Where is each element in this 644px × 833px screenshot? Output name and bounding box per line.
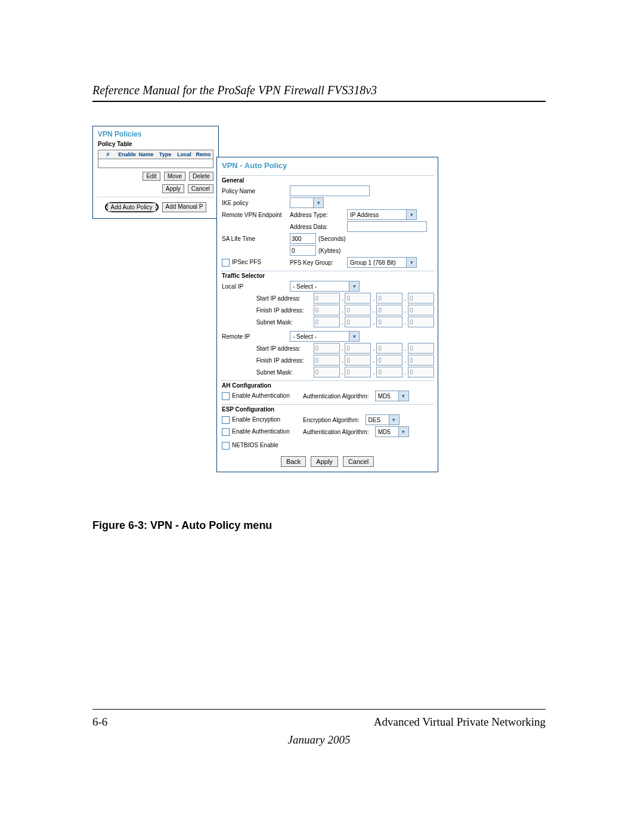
move-button[interactable]: Move	[164, 172, 185, 181]
page-number: 6-6	[92, 716, 107, 729]
remote-finiship-label: Finish IP address:	[256, 357, 311, 364]
local-startip-input[interactable]: ...	[314, 293, 434, 304]
page-footer: 6-6 Advanced Virtual Private Networking …	[92, 709, 546, 747]
policy-name-input[interactable]	[290, 185, 370, 196]
figure-6-3: VPN Policies Policy Table # Enable Name …	[92, 126, 546, 507]
back-button[interactable]: Back	[281, 456, 306, 467]
remote-startip-label: Start IP address:	[256, 345, 311, 352]
remote-endpoint-label: Remote VPN Endpoint	[221, 212, 287, 218]
address-type-label: Address Type:	[290, 212, 345, 218]
sa-seconds-input[interactable]	[290, 233, 316, 244]
col-hash: #	[98, 150, 117, 159]
add-auto-highlight: Add Auto Policy	[105, 202, 159, 212]
local-ip-label: Local IP	[221, 283, 287, 290]
address-type-select[interactable]: IP Address▾	[347, 209, 417, 220]
traffic-selector-section: Traffic Selector Local IP - Select -▾ St…	[221, 271, 434, 378]
pfs-keygroup-label: PFS Key Group:	[290, 259, 345, 266]
esp-enable-enc-label: Enable Encryption	[221, 416, 299, 424]
apply-row: Apply Cancel	[93, 181, 218, 193]
vpn-policies-title: VPN Policies	[93, 126, 218, 140]
chevron-down-icon: ▾	[389, 415, 399, 425]
add-manual-policy-button[interactable]: Add Manual P	[162, 202, 207, 212]
footer-date: January 2005	[92, 733, 546, 747]
esp-auth-algo-select[interactable]: MD5▾	[375, 426, 409, 437]
col-local: Local	[175, 150, 194, 159]
chevron-down-icon: ▾	[349, 281, 359, 291]
remote-finiship-input[interactable]: ...	[314, 355, 434, 366]
edit-row: Edit Move Delete	[93, 168, 218, 181]
policy-name-label: Policy Name	[221, 188, 287, 194]
ah-auth-algo-label: Authentication Algorithm:	[302, 393, 369, 400]
col-remote: Remo	[194, 150, 213, 159]
general-heading: General	[221, 177, 434, 185]
add-auto-policy-button[interactable]: Add Auto Policy	[107, 203, 156, 212]
traffic-heading: Traffic Selector	[221, 272, 434, 280]
chevron-down-icon: ▾	[406, 258, 416, 267]
local-subnet-input[interactable]: ...	[314, 317, 434, 327]
esp-enable-auth-checkbox[interactable]	[222, 428, 230, 436]
ike-policy-select[interactable]: ▾	[290, 197, 324, 208]
ah-enable-auth-checkbox[interactable]	[222, 392, 230, 400]
sa-lifetime-label: SA Life Time	[221, 236, 287, 242]
remote-ip-select[interactable]: - Select -▾	[290, 331, 360, 342]
header-rule	[92, 101, 546, 102]
chevron-down-icon: ▾	[398, 391, 408, 401]
esp-auth-algo-label: Authentication Algorithm:	[302, 429, 369, 435]
esp-enc-algo-select[interactable]: DES▾	[366, 414, 400, 425]
policy-table-label: Policy Table	[93, 140, 218, 150]
chevron-down-icon: ▾	[349, 332, 359, 341]
chevron-down-icon: ▾	[313, 198, 323, 208]
sa-kybtes-input[interactable]	[290, 245, 316, 256]
remote-startip-input[interactable]: ...	[314, 343, 434, 354]
ah-auth-algo-select[interactable]: MD5▾	[375, 391, 409, 401]
pfs-keygroup-select[interactable]: Group 1 (768 Bit)▾	[347, 257, 417, 268]
esp-config-section: ESP Configuration Enable Encryption Encr…	[221, 404, 434, 450]
local-subnet-label: Subnet Mask:	[256, 319, 311, 326]
remote-subnet-label: Subnet Mask:	[256, 369, 311, 376]
ipsec-pfs-checkbox[interactable]	[222, 259, 230, 267]
netbios-enable-label: NETBIOS Enable	[221, 442, 299, 450]
vpn-auto-policy-panel: VPN - Auto Policy General Policy Name IK…	[216, 157, 438, 472]
ah-heading: AH Configuration	[221, 382, 434, 390]
document-header: Reference Manual for the ProSafe VPN Fir…	[92, 83, 546, 97]
apply-button-dialog[interactable]: Apply	[311, 456, 338, 467]
esp-heading: ESP Configuration	[221, 406, 434, 414]
policy-table-body	[98, 159, 213, 168]
chapter-title: Advanced Virtual Private Networking	[374, 716, 546, 729]
address-data-input[interactable]	[347, 221, 427, 232]
chevron-down-icon: ▾	[398, 427, 408, 436]
dialog-actions: Back Apply Cancel	[217, 450, 438, 467]
col-enable: Enable	[117, 150, 137, 159]
esp-enc-algo-label: Encryption Algorithm:	[302, 417, 360, 423]
ah-config-section: AH Configuration Enable Authentication A…	[221, 380, 434, 402]
esp-enable-enc-checkbox[interactable]	[222, 416, 230, 424]
figure-caption: Figure 6-3: VPN - Auto Policy menu	[92, 519, 546, 532]
ipsec-pfs-label: IPSec PFS	[221, 259, 287, 267]
local-finiship-input[interactable]: ...	[314, 305, 434, 315]
policy-table-header: # Enable Name Type Local Remo	[98, 150, 213, 159]
local-ip-select[interactable]: - Select -▾	[290, 281, 360, 292]
auto-policy-title: VPN - Auto Policy	[217, 157, 438, 173]
seconds-label: (Seconds)	[318, 236, 346, 242]
general-section: General Policy Name IKE policy ▾ Remote …	[221, 175, 434, 268]
cancel-button-dialog[interactable]: Cancel	[343, 456, 374, 467]
apply-button[interactable]: Apply	[162, 184, 184, 193]
address-data-label: Address Data:	[290, 224, 345, 230]
remote-subnet-input[interactable]: ...	[314, 367, 434, 377]
chevron-down-icon: ▾	[406, 210, 416, 219]
vpn-policies-panel: VPN Policies Policy Table # Enable Name …	[92, 126, 219, 219]
ah-enable-auth-label: Enable Authentication	[221, 392, 299, 400]
col-name: Name	[137, 150, 156, 159]
remote-ip-label: Remote IP	[221, 333, 287, 340]
edit-button[interactable]: Edit	[143, 172, 160, 181]
esp-enable-auth-label: Enable Authentication	[221, 428, 299, 436]
local-startip-label: Start IP address:	[256, 295, 311, 302]
delete-button[interactable]: Delete	[189, 172, 213, 181]
cancel-button[interactable]: Cancel	[188, 184, 213, 193]
col-type: Type	[156, 150, 175, 159]
netbios-enable-checkbox[interactable]	[222, 442, 230, 450]
kybtes-label: (Kybtes)	[318, 247, 340, 254]
local-finiship-label: Finish IP address:	[256, 307, 311, 314]
ike-policy-label: IKE policy	[221, 200, 287, 206]
